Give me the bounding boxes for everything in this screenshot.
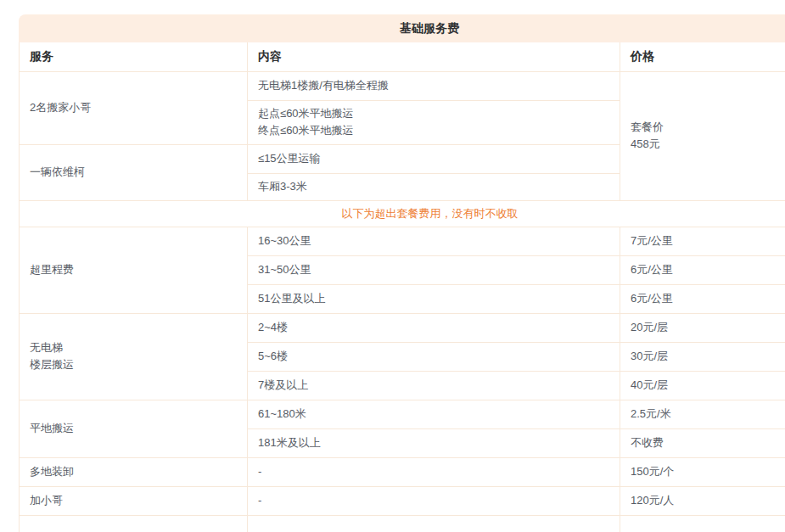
cell-service-extraworker: 加小哥 bbox=[20, 486, 248, 515]
notice-row: 以下为超出套餐费用，没有时不收取 bbox=[20, 200, 785, 227]
cell-content: 51公里及以上 bbox=[248, 284, 620, 313]
content-line: 起点≤60米平地搬运 bbox=[258, 105, 609, 122]
service-line: 无电梯 bbox=[30, 339, 237, 356]
cell-content: 车厢3-3米 bbox=[248, 173, 620, 200]
cell-service bbox=[20, 515, 248, 532]
table-row: 平地搬运 61~180米 2.5元/米 bbox=[20, 400, 785, 428]
service-line: 楼层搬运 bbox=[30, 356, 237, 373]
package-price-label: 套餐价 bbox=[631, 119, 785, 136]
cell-content: 起点≤60米平地搬运 终点≤60米平地搬运 bbox=[248, 100, 620, 144]
content-line: 终点≤60米平地搬运 bbox=[258, 122, 609, 139]
pricing-table: 服务 内容 价格 2名搬家小哥 无电梯1楼搬/有电梯全程搬 套餐价 458元 bbox=[19, 42, 785, 532]
cell-price: 2.5元/米 bbox=[620, 400, 785, 428]
table-title-bar: 基础服务费 bbox=[19, 14, 785, 42]
table-title: 基础服务费 bbox=[400, 21, 459, 36]
notice-text: 以下为超出套餐费用，没有时不收取 bbox=[20, 200, 785, 227]
header-row: 服务 内容 价格 bbox=[20, 42, 785, 71]
page: 基础服务费 服务 内容 价格 2名搬家小哥 无电梯1楼搬/有电梯全程搬 套餐价 bbox=[0, 0, 785, 532]
cell-content: 2~4楼 bbox=[248, 313, 620, 342]
cell-content: 31~50公里 bbox=[248, 255, 620, 284]
cell-price: 30元/层 bbox=[620, 342, 785, 371]
col-header-content: 内容 bbox=[248, 42, 620, 71]
cell-service-movers: 2名搬家小哥 bbox=[20, 71, 248, 144]
table-row: 多地装卸 - 150元/个 bbox=[20, 457, 785, 486]
cell-content bbox=[248, 515, 620, 532]
cell-price: 6元/公里 bbox=[620, 255, 785, 284]
cell-service-stairs: 无电梯 楼层搬运 bbox=[20, 313, 248, 400]
cell-content: 16~30公里 bbox=[248, 227, 620, 255]
cell-price: 6元/公里 bbox=[620, 284, 785, 313]
cell-price: 120元/人 bbox=[620, 486, 785, 515]
cell-content: - bbox=[248, 486, 620, 515]
pricing-table-card: 基础服务费 服务 内容 价格 2名搬家小哥 无电梯1楼搬/有电梯全程搬 套餐价 bbox=[19, 14, 785, 532]
cell-service-multistop: 多地装卸 bbox=[20, 457, 248, 486]
cell-content: 181米及以上 bbox=[248, 428, 620, 457]
cell-content: 无电梯1楼搬/有电梯全程搬 bbox=[248, 71, 620, 100]
cell-price: 20元/层 bbox=[620, 313, 785, 342]
cell-content: ≤15公里运输 bbox=[248, 144, 620, 173]
table-row: 2名搬家小哥 无电梯1楼搬/有电梯全程搬 套餐价 458元 bbox=[20, 71, 785, 100]
cell-price bbox=[620, 515, 785, 532]
cell-service-flat: 平地搬运 bbox=[20, 400, 248, 457]
cell-content: - bbox=[248, 457, 620, 486]
cell-price: 7元/公里 bbox=[620, 227, 785, 255]
cell-price: 40元/层 bbox=[620, 371, 785, 400]
cell-price: 150元/个 bbox=[620, 457, 785, 486]
table-row: 无电梯 楼层搬运 2~4楼 20元/层 bbox=[20, 313, 785, 342]
cell-price: 不收费 bbox=[620, 428, 785, 457]
cell-content: 7楼及以上 bbox=[248, 371, 620, 400]
col-header-price: 价格 bbox=[620, 42, 785, 71]
cell-package-price: 套餐价 458元 bbox=[620, 71, 785, 200]
package-price-value: 458元 bbox=[631, 136, 785, 153]
cell-content: 5~6楼 bbox=[248, 342, 620, 371]
table-row: 加小哥 - 120元/人 bbox=[20, 486, 785, 515]
col-header-service: 服务 bbox=[20, 42, 248, 71]
table-row: 超里程费 16~30公里 7元/公里 bbox=[20, 227, 785, 255]
cell-service-mileage: 超里程费 bbox=[20, 227, 248, 313]
table-row-cutoff bbox=[20, 515, 785, 532]
cell-content: 61~180米 bbox=[248, 400, 620, 428]
cell-service-van: 一辆依维柯 bbox=[20, 144, 248, 200]
